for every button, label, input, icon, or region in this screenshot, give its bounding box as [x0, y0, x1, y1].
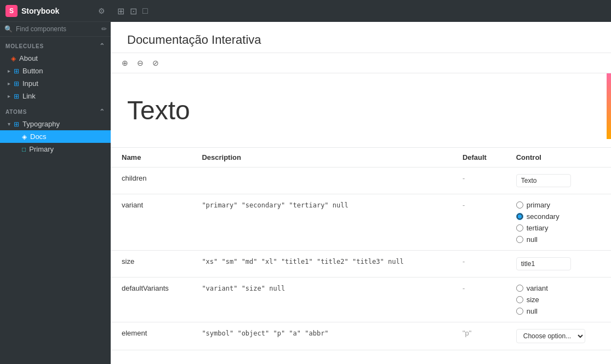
col-control: Control	[505, 148, 611, 167]
expand-icon: ▸	[8, 68, 10, 74]
variant-radio-null-input[interactable]	[516, 236, 523, 243]
prop-desc: "symbol" "object" "p" "a" "abbr"	[191, 322, 451, 350]
section-atoms: ATOMS ⌃	[0, 102, 111, 118]
topbar-icon-1[interactable]: ⊞	[117, 6, 124, 16]
variant-radio-tertiary-input[interactable]	[516, 224, 523, 232]
sidebar-item-about[interactable]: ◈ About	[0, 52, 111, 65]
sidebar-item-input[interactable]: ▸ ⊞ Input	[0, 77, 111, 90]
sidebar-logo: S Storybook	[5, 5, 59, 17]
preview-text: Texto	[127, 95, 595, 125]
dv-radio-size-input[interactable]	[516, 296, 523, 303]
prop-default: -	[452, 194, 505, 251]
expand-icon: ▾	[8, 121, 10, 127]
dv-radio-variant-input[interactable]	[516, 285, 523, 292]
search-bar: 🔍 ✏	[0, 22, 111, 37]
page-title: Documentação Interativa	[127, 33, 595, 47]
table-row: defaultVariants "variant" "size" null - …	[111, 278, 611, 322]
prop-name: defaultVariants	[111, 278, 191, 322]
prop-desc: "xs" "sm" "md" "xl" "title1" "title2" "t…	[191, 251, 451, 278]
element-select[interactable]: Choose option... symbol object p a abbr	[516, 329, 585, 343]
dv-radio-variant[interactable]: variant	[516, 284, 600, 292]
col-description: Description	[191, 148, 451, 167]
top-bar: ⊞ ⊡ □	[111, 0, 611, 22]
dv-radio-null[interactable]: null	[516, 307, 600, 315]
prop-control: primary secondary tertiary null	[505, 194, 611, 251]
prop-control	[505, 251, 611, 278]
sidebar-header: S Storybook ⚙	[0, 0, 111, 22]
section-molecules: MOLECULES ⌃	[0, 37, 111, 52]
button-icon: ⊞	[14, 67, 19, 75]
search-input[interactable]	[16, 25, 98, 33]
primary-icon: □	[22, 146, 26, 153]
section-label: MOLECULES	[5, 43, 44, 49]
defaultvariants-radio-group: variant size null	[516, 284, 600, 315]
topbar-icon-3[interactable]: □	[142, 6, 148, 16]
app-title: Storybook	[21, 7, 59, 15]
sidebar-item-primary[interactable]: □ Primary	[0, 143, 111, 155]
variant-radio-secondary-input[interactable]	[516, 213, 523, 220]
prop-name: variant	[111, 194, 191, 251]
sidebar-item-label: About	[19, 54, 38, 62]
variant-radio-tertiary[interactable]: tertiary	[516, 224, 600, 232]
prop-default: "p"	[452, 322, 505, 350]
topbar-icon-2[interactable]: ⊡	[130, 6, 137, 16]
col-default: Default	[452, 148, 505, 167]
prop-name: size	[111, 251, 191, 278]
sidebar-item-label: Typography	[22, 120, 60, 128]
variant-radio-secondary[interactable]: secondary	[516, 212, 600, 221]
main-content: ⊞ ⊡ □ Documentação Interativa ⊕ ⊖ ⊘ Text…	[111, 0, 611, 364]
preview-canvas: Texto	[111, 73, 611, 148]
about-icon: ◈	[11, 55, 16, 62]
prop-desc: "primary" "secondary" "tertiary" null	[191, 194, 451, 251]
expand-icon: ▸	[8, 80, 10, 86]
section-collapse-molecules[interactable]: ⌃	[99, 42, 105, 50]
typography-icon: ⊞	[14, 120, 19, 128]
sidebar-item-link[interactable]: ▸ ⊞ Link	[0, 90, 111, 102]
props-table: Name Description Default Control childre…	[111, 148, 611, 350]
table-row: children -	[111, 167, 611, 194]
children-input[interactable]	[516, 174, 571, 187]
doc-title-section: Documentação Interativa	[111, 22, 611, 53]
expand-icon: ▸	[8, 93, 10, 99]
sidebar-item-button[interactable]: ▸ ⊞ Button	[0, 65, 111, 77]
sidebar-item-label: Primary	[29, 145, 54, 153]
sidebar-item-label: Link	[22, 92, 36, 100]
variant-radio-group: primary secondary tertiary null	[516, 201, 600, 244]
input-icon: ⊞	[14, 80, 19, 88]
sidebar: S Storybook ⚙ 🔍 ✏ MOLECULES ⌃ ◈ About ▸ …	[0, 0, 111, 364]
dv-radio-null-input[interactable]	[516, 308, 523, 315]
sidebar-item-typography[interactable]: ▾ ⊞ Typography	[0, 118, 111, 130]
sidebar-item-docs[interactable]: ◈ Docs	[0, 130, 111, 143]
prop-default: -	[452, 278, 505, 322]
prop-name: element	[111, 322, 191, 350]
variant-radio-null[interactable]: null	[516, 235, 600, 244]
table-row: variant "primary" "secondary" "tertiary"…	[111, 194, 611, 251]
prop-control: Choose option... symbol object p a abbr	[505, 322, 611, 350]
storybook-logo-icon: S	[5, 5, 18, 17]
section-collapse-atoms[interactable]: ⌃	[99, 108, 105, 115]
sidebar-item-label: Input	[22, 79, 38, 88]
zoom-in-button[interactable]: ⊕	[119, 57, 130, 68]
prop-desc	[191, 167, 451, 194]
preview-accent-bar	[607, 73, 611, 139]
table-row: size "xs" "sm" "md" "xl" "title1" "title…	[111, 251, 611, 278]
prop-control: variant size null	[505, 278, 611, 322]
variant-radio-primary-input[interactable]	[516, 201, 523, 209]
content-area: Documentação Interativa ⊕ ⊖ ⊘ Texto Name…	[111, 22, 611, 364]
prop-name: children	[111, 167, 191, 194]
zoom-out-button[interactable]: ⊖	[135, 57, 146, 68]
size-input[interactable]	[516, 257, 571, 270]
edit-icon[interactable]: ✏	[101, 25, 107, 33]
dv-radio-size[interactable]: size	[516, 296, 600, 304]
zoom-reset-button[interactable]: ⊘	[150, 57, 161, 68]
prop-desc: "variant" "size" null	[191, 278, 451, 322]
docs-icon: ◈	[22, 133, 27, 141]
link-icon: ⊞	[14, 93, 19, 100]
gear-icon[interactable]: ⚙	[98, 7, 105, 15]
col-name: Name	[111, 148, 191, 167]
prop-default: -	[452, 167, 505, 194]
variant-radio-primary[interactable]: primary	[516, 201, 600, 209]
section-label: ATOMS	[5, 109, 27, 115]
sidebar-item-label: Button	[22, 67, 43, 75]
sidebar-item-label: Docs	[30, 132, 47, 141]
